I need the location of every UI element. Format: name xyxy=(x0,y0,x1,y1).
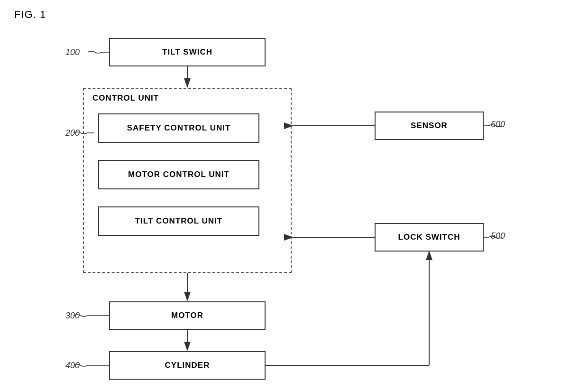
tilt-control-label: TILT CONTROL UNIT xyxy=(135,216,222,226)
safety-control-label: SAFETY CONTROL UNIT xyxy=(127,123,231,133)
lock-switch-label: LOCK SWITCH xyxy=(398,233,460,242)
safety-control-box: SAFETY CONTROL UNIT xyxy=(98,113,259,143)
ref-300: 300 xyxy=(65,311,80,321)
tilt-switch-label: TILT SWICH xyxy=(162,47,212,57)
fig-label: FIG. 1 xyxy=(14,9,46,21)
ref-100: 100 xyxy=(65,47,80,57)
diagram-container: FIG. 1 TILT SWICH CONTROL UNIT SAFETY CO… xyxy=(0,0,588,392)
motor-control-label: MOTOR CONTROL UNIT xyxy=(128,170,230,179)
control-unit-box: CONTROL UNIT SAFETY CONTROL UNIT MOTOR C… xyxy=(83,88,292,273)
cylinder-box: CYLINDER xyxy=(109,351,266,380)
tilt-switch-box: TILT SWICH xyxy=(109,38,266,66)
sensor-label: SENSOR xyxy=(411,121,448,131)
cylinder-label: CYLINDER xyxy=(165,361,210,370)
motor-label: MOTOR xyxy=(171,311,203,320)
lock-switch-box: LOCK SWITCH xyxy=(375,223,484,252)
sensor-box: SENSOR xyxy=(375,112,484,140)
ref-400: 400 xyxy=(65,361,80,371)
ref-500: 500 xyxy=(491,231,505,241)
control-unit-label: CONTROL UNIT xyxy=(92,93,159,103)
ref-200: 200 xyxy=(65,128,80,138)
motor-box: MOTOR xyxy=(109,301,266,330)
ref-600: 600 xyxy=(491,120,505,130)
motor-control-box: MOTOR CONTROL UNIT xyxy=(98,160,259,189)
tilt-control-box: TILT CONTROL UNIT xyxy=(98,206,259,236)
